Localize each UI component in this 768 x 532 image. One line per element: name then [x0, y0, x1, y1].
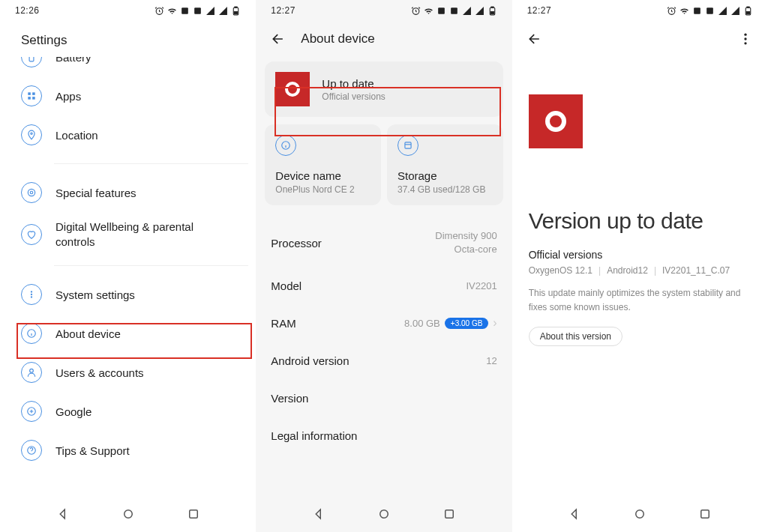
version-description: This update mainly optimizes the system … — [529, 286, 752, 315]
meta-android: Android12 — [607, 265, 648, 276]
location-icon — [21, 124, 42, 145]
setting-item-apps[interactable]: Apps — [8, 76, 248, 115]
setting-item-google[interactable]: Google — [8, 392, 248, 431]
meta-build: IV2201_11_C.07 — [662, 265, 730, 276]
wifi-icon — [167, 6, 177, 16]
storage-card[interactable]: Storage 37.4 GB used/128 GB — [387, 124, 503, 205]
setting-label: Battery — [56, 57, 92, 64]
sim2-icon — [449, 6, 459, 16]
version-title: Version up to date — [529, 208, 752, 234]
spec-android[interactable]: Android version 12 — [265, 342, 502, 379]
spec-label: Processor — [271, 237, 322, 250]
card-value: OnePlus Nord CE 2 — [275, 184, 370, 195]
setting-item-users[interactable]: Users & accounts — [8, 353, 248, 392]
status-time: 12:27 — [527, 5, 552, 16]
nav-home-icon[interactable] — [122, 507, 135, 521]
alarm-icon — [411, 6, 421, 16]
svg-rect-2 — [194, 7, 201, 14]
battery-icon — [743, 6, 753, 16]
version-meta: OxygenOS 12.1 | Android12 | IV2201_11_C.… — [529, 265, 752, 276]
signal-icon — [718, 6, 728, 16]
svg-point-23 — [124, 510, 132, 519]
svg-rect-37 — [446, 510, 454, 519]
sim-icon — [436, 6, 446, 16]
update-title: Up to date — [322, 77, 385, 90]
nav-back-icon[interactable] — [568, 507, 581, 521]
spec-processor[interactable]: Processor Dimensity 900 Octa-core — [265, 219, 502, 267]
svg-point-16 — [31, 296, 32, 297]
nav-home-icon[interactable] — [633, 507, 646, 521]
wifi-icon — [680, 6, 689, 16]
setting-label: System settings — [56, 288, 135, 301]
sim-icon — [692, 6, 702, 16]
settings-list: Battery Apps Location Special features D… — [0, 57, 256, 496]
update-card[interactable]: Up to date Official versions — [265, 61, 502, 117]
setting-label: Apps — [56, 90, 81, 103]
version-subtitle: Official versions — [529, 249, 752, 261]
update-subtitle: Official versions — [322, 91, 385, 102]
svg-rect-24 — [190, 510, 198, 519]
header: About device — [256, 21, 512, 57]
setting-item-about[interactable]: About device — [8, 314, 248, 353]
chevron-right-icon: › — [493, 316, 496, 330]
about-version-button[interactable]: About this version — [529, 327, 622, 346]
setting-item-special[interactable]: Special features — [8, 173, 248, 212]
battery-icon — [231, 6, 241, 16]
setting-label: About device — [56, 327, 121, 340]
alarm-icon — [667, 6, 676, 16]
svg-rect-48 — [701, 510, 710, 519]
dots-icon — [21, 284, 42, 305]
svg-rect-7 — [28, 92, 31, 95]
signal2-icon — [730, 6, 740, 16]
setting-label: Users & accounts — [56, 366, 144, 379]
meta-os: OxygenOS 12.1 — [529, 265, 592, 276]
svg-point-45 — [744, 37, 746, 40]
os-logo-icon — [529, 94, 583, 148]
setting-item-tips[interactable]: Tips & Support — [8, 431, 248, 470]
spec-label: Model — [271, 279, 302, 292]
spec-label: Version — [271, 392, 308, 405]
nav-back-icon[interactable] — [312, 507, 326, 521]
setting-label: Google — [56, 405, 92, 418]
svg-rect-27 — [451, 7, 458, 14]
nav-back-icon[interactable] — [56, 507, 70, 521]
svg-point-46 — [744, 42, 746, 44]
spec-model[interactable]: Model IV2201 — [265, 267, 502, 304]
svg-rect-30 — [490, 11, 494, 13]
nav-bar — [256, 496, 512, 532]
setting-label: Special features — [56, 187, 136, 199]
spec-label: Android version — [271, 354, 349, 367]
nav-home-icon[interactable] — [377, 507, 391, 521]
svg-point-13 — [30, 191, 33, 194]
back-icon[interactable] — [527, 31, 542, 46]
battery-icon — [488, 6, 497, 16]
nav-bar — [0, 496, 256, 532]
status-icons — [667, 6, 753, 16]
signal2-icon — [218, 6, 228, 16]
more-icon[interactable] — [738, 31, 753, 46]
spec-label: Legal information — [271, 429, 357, 442]
spec-ram[interactable]: RAM 8.00 GB +3.00 GB › — [265, 304, 502, 342]
spec-legal[interactable]: Legal information — [265, 417, 502, 454]
device-name-card[interactable]: Device name OnePlus Nord CE 2 — [265, 124, 381, 205]
status-bar: 12:26 — [0, 0, 256, 21]
spec-version[interactable]: Version — [265, 379, 502, 417]
card-title: Device name — [275, 169, 370, 182]
svg-point-11 — [31, 133, 32, 134]
about-content: Up to date Official versions Device name… — [256, 57, 512, 496]
setting-item-battery[interactable]: Battery — [8, 57, 248, 76]
setting-label: Tips & Support — [56, 444, 130, 457]
nav-recent-icon[interactable] — [698, 507, 712, 521]
card-value: 37.4 GB used/128 GB — [398, 184, 493, 195]
setting-item-system[interactable]: System settings — [8, 275, 248, 314]
nav-recent-icon[interactable] — [442, 507, 456, 521]
back-icon[interactable] — [271, 31, 286, 46]
signal-icon — [462, 6, 472, 16]
google-icon — [21, 401, 42, 422]
setting-item-location[interactable]: Location — [8, 115, 248, 154]
status-bar: 12:27 — [256, 0, 512, 21]
nav-recent-icon[interactable] — [187, 507, 200, 521]
heart-icon — [21, 224, 42, 245]
setting-item-wellbeing[interactable]: Digital Wellbeing & parental controls — [8, 212, 248, 256]
sim2-icon — [705, 6, 715, 16]
